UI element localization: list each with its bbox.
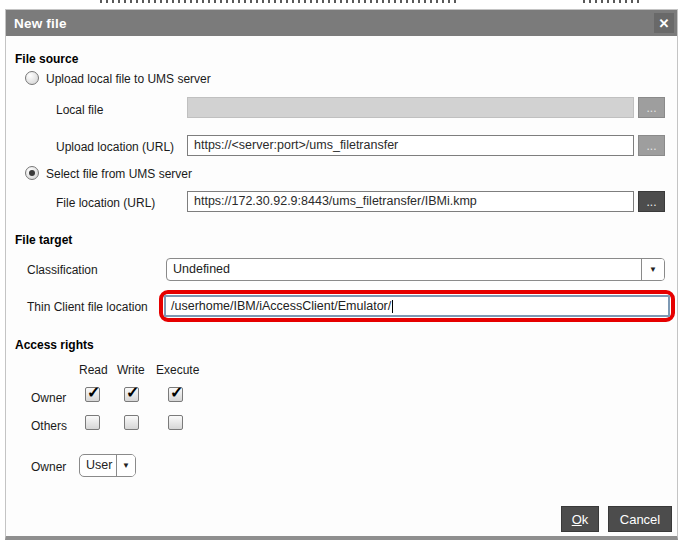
- owner-select[interactable]: User ▼: [79, 454, 136, 477]
- others-read-checkbox[interactable]: ✓: [85, 415, 100, 430]
- close-icon: ✕: [659, 17, 670, 30]
- column-header-read: Read: [79, 363, 108, 377]
- column-header-write: Write: [117, 363, 145, 377]
- column-header-execute: Execute: [156, 363, 199, 377]
- thin-client-file-location-label: Thin Client file location: [27, 300, 148, 314]
- upload-location-browse-button[interactable]: ...: [638, 135, 665, 156]
- background-clipped-text: [583, 0, 643, 3]
- cancel-button[interactable]: Cancel: [608, 506, 672, 532]
- screen: New file ✕ File source Upload local file…: [0, 0, 687, 546]
- local-file-input: [187, 97, 634, 118]
- background-clipped-text: [100, 0, 460, 3]
- select-from-ums-radio-label[interactable]: Select file from UMS server: [46, 167, 192, 181]
- owner-execute-checkbox[interactable]: ✓: [168, 387, 183, 402]
- upload-local-radio-label[interactable]: Upload local file to UMS server: [46, 72, 211, 86]
- classification-label: Classification: [27, 263, 98, 277]
- new-file-dialog: New file ✕ File source Upload local file…: [5, 9, 678, 540]
- chevron-down-icon: ▼: [116, 455, 135, 476]
- thin-client-file-location-input[interactable]: /userhome/IBM/iAccessClient/Emulator/: [164, 295, 670, 317]
- check-icon: ✓: [87, 383, 100, 402]
- file-source-heading: File source: [15, 52, 78, 66]
- owner-read-checkbox[interactable]: ✓: [85, 387, 100, 402]
- thin-client-file-location-value: /userhome/IBM/iAccessClient/Emulator/: [171, 299, 391, 313]
- local-file-browse-button[interactable]: ...: [638, 97, 665, 118]
- text-caret: [392, 300, 393, 313]
- classification-value: Undefined: [167, 259, 641, 280]
- owner-select-label: Owner: [31, 460, 66, 474]
- upload-location-label: Upload location (URL): [56, 140, 174, 154]
- file-location-input[interactable]: https://172.30.92.9:8443/ums_filetransfe…: [187, 191, 634, 212]
- dialog-title: New file: [14, 16, 67, 31]
- file-location-browse-button[interactable]: ...: [638, 191, 665, 212]
- owner-select-value: User: [80, 455, 116, 476]
- dialog-titlebar[interactable]: New file: [6, 10, 677, 36]
- chevron-down-icon: ▼: [641, 259, 664, 280]
- cancel-button-label: Cancel: [620, 513, 660, 526]
- select-from-ums-radio[interactable]: [25, 166, 39, 180]
- owner-row-label: Owner: [31, 391, 66, 405]
- check-icon: ✓: [170, 383, 183, 402]
- close-button[interactable]: ✕: [654, 13, 674, 33]
- local-file-label: Local file: [56, 103, 103, 117]
- upload-local-radio[interactable]: [25, 71, 39, 85]
- file-location-label: File location (URL): [56, 196, 155, 210]
- ok-button[interactable]: Ok: [561, 506, 599, 532]
- owner-write-checkbox[interactable]: ✓: [124, 387, 139, 402]
- upload-location-input[interactable]: https://<server:port>/ums_filetransfer: [187, 135, 634, 156]
- check-icon: ✓: [126, 383, 139, 402]
- access-rights-heading: Access rights: [15, 338, 94, 352]
- others-row-label: Others: [31, 419, 67, 433]
- ok-button-label: Ok: [572, 513, 589, 526]
- highlight-annotation: /userhome/IBM/iAccessClient/Emulator/: [159, 290, 675, 322]
- others-write-checkbox[interactable]: ✓: [124, 415, 139, 430]
- others-execute-checkbox[interactable]: ✓: [168, 415, 183, 430]
- classification-select[interactable]: Undefined ▼: [166, 258, 665, 281]
- file-target-heading: File target: [15, 233, 72, 247]
